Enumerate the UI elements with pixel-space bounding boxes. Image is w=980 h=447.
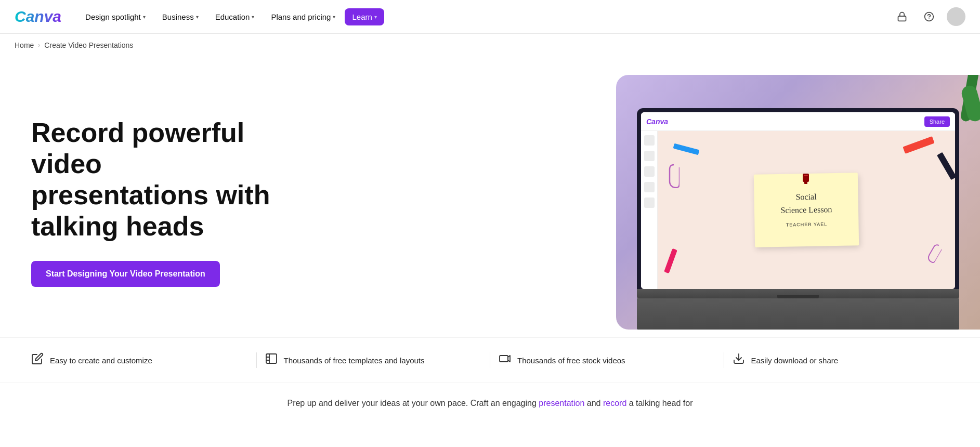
hero-right: Canva Share xyxy=(291,67,980,337)
nav-plans-pricing[interactable]: Plans and pricing ▾ xyxy=(264,8,343,25)
start-designing-button[interactable]: Start Designing Your Video Presentation xyxy=(31,261,220,287)
feature-easy-label: Easy to create and customize xyxy=(50,356,152,365)
feature-download-label: Easily download or share xyxy=(751,356,839,365)
bottom-teaser: Prep up and deliver your ideas at your o… xyxy=(0,383,980,424)
feature-videos-label: Thousands of free stock videos xyxy=(517,356,625,365)
sidebar-elements-icon[interactable] xyxy=(644,182,655,192)
chevron-down-icon: ▾ xyxy=(143,14,146,20)
laptop-mockup: Canva Share xyxy=(637,108,959,330)
editor-toolbar: Canva Share xyxy=(641,112,955,131)
chevron-down-icon: ▾ xyxy=(374,14,377,20)
canva-logo[interactable]: Canva xyxy=(15,8,61,25)
hero-title: Record powerful video presentations with… xyxy=(31,117,270,242)
lock-icon xyxy=(897,11,907,22)
sidebar-upload-icon[interactable] xyxy=(644,198,655,208)
editor-canva-logo: Canva xyxy=(646,117,668,126)
editor-share-button[interactable]: Share xyxy=(924,116,950,127)
avatar[interactable] xyxy=(947,7,965,26)
feature-videos: Thousands of free stock videos xyxy=(499,352,715,368)
teaser-text-between: and xyxy=(584,399,603,407)
feature-download: Easily download or share xyxy=(733,352,949,368)
feature-divider-1 xyxy=(256,352,257,368)
sidebar-grid-icon[interactable] xyxy=(644,135,655,146)
presentation-link[interactable]: presentation xyxy=(539,399,584,407)
paperclip-left-icon xyxy=(668,162,680,188)
sidebar-image-icon[interactable] xyxy=(644,166,655,177)
chevron-down-icon: ▾ xyxy=(333,14,335,20)
nav-business[interactable]: Business ▾ xyxy=(155,8,206,25)
breadcrumb-current: Create Video Presentations xyxy=(44,41,133,49)
pen-decoration xyxy=(937,152,955,180)
breadcrumb-home[interactable]: Home xyxy=(15,41,34,49)
help-icon xyxy=(924,11,934,22)
nav-right-actions xyxy=(893,7,965,26)
ruler-blue-decoration xyxy=(673,143,700,155)
chevron-down-icon: ▾ xyxy=(196,14,199,20)
teaser-text-before: Prep up and deliver your ideas at your o… xyxy=(287,399,539,407)
laptop-keyboard xyxy=(637,298,959,330)
video-icon xyxy=(499,352,511,368)
feature-templates: Thousands of free templates and layouts xyxy=(265,352,482,368)
chevron-down-icon: ▾ xyxy=(252,14,254,20)
features-strip: Easy to create and customize Thousands o… xyxy=(0,337,980,383)
record-link[interactable]: record xyxy=(603,399,626,407)
feature-divider-2 xyxy=(490,352,490,368)
nav-learn[interactable]: Learn ▾ xyxy=(345,8,384,25)
pencil-icon xyxy=(31,352,44,368)
feature-templates-label: Thousands of free templates and layouts xyxy=(284,356,425,365)
marker-decoration xyxy=(664,248,677,274)
laptop-base xyxy=(637,289,959,298)
feature-easy: Easy to create and customize xyxy=(31,352,248,368)
nav-links: Design spotlight ▾ Business ▾ Education … xyxy=(78,8,893,25)
sidebar-text-icon[interactable] xyxy=(644,151,655,161)
nav-design-spotlight[interactable]: Design spotlight ▾ xyxy=(78,8,153,25)
svg-rect-3 xyxy=(803,174,809,182)
editor-sidebar xyxy=(641,131,658,289)
paperclip-right-icon xyxy=(925,241,944,264)
plant-decoration xyxy=(949,75,980,153)
template-icon xyxy=(265,352,278,368)
svg-rect-0 xyxy=(898,16,906,21)
breadcrumb: Home › Create Video Presentations xyxy=(0,34,980,57)
teaser-text-after: a talking head for xyxy=(626,399,692,407)
svg-rect-5 xyxy=(804,175,808,176)
lock-icon-button[interactable] xyxy=(893,7,911,26)
help-icon-button[interactable] xyxy=(920,7,938,26)
binder-clip-icon xyxy=(801,174,811,187)
feature-divider-3 xyxy=(724,352,724,368)
svg-rect-10 xyxy=(500,356,508,362)
editor-layout: Social Science Lesson TEACHER YAEL xyxy=(641,131,955,289)
slide-canvas: Social Science Lesson TEACHER YAEL xyxy=(658,131,955,289)
laptop-screen: Canva Share xyxy=(641,112,955,289)
nav-education[interactable]: Education ▾ xyxy=(208,8,262,25)
hero-left: Record powerful video presentations with… xyxy=(0,97,291,307)
ruler-red-decoration xyxy=(903,136,934,154)
navbar: Canva Design spotlight ▾ Business ▾ Educ… xyxy=(0,0,980,34)
svg-rect-4 xyxy=(804,181,807,184)
breadcrumb-separator: › xyxy=(38,42,40,49)
svg-rect-6 xyxy=(266,354,277,363)
hero-section: Record powerful video presentations with… xyxy=(0,57,980,337)
hero-image: Canva Share xyxy=(616,75,980,330)
download-icon xyxy=(733,352,745,368)
slide-note-text: Social Science Lesson TEACHER YAEL xyxy=(780,190,832,230)
